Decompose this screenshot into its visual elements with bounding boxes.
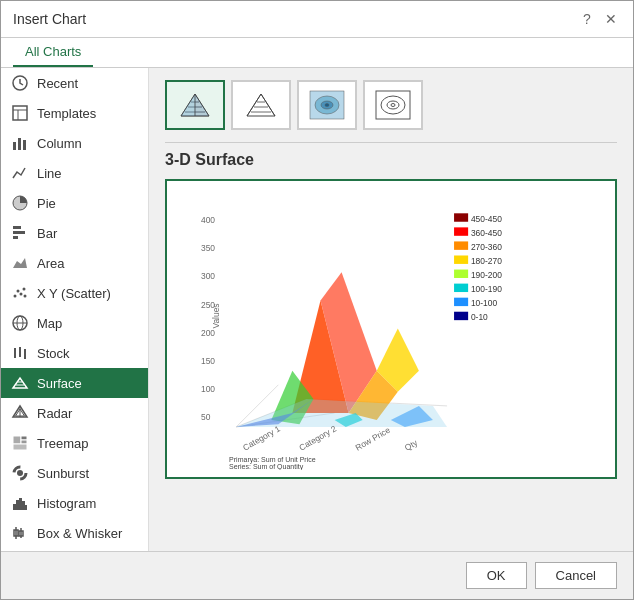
insert-chart-dialog: Insert Chart ? ✕ All Charts Recent	[0, 0, 634, 600]
dialog-body: Recent Templates Column	[1, 68, 633, 551]
dialog-title: Insert Chart	[13, 11, 86, 27]
svg-marker-66	[195, 94, 209, 116]
sidebar-item-box[interactable]: Box & Whisker	[1, 518, 148, 548]
chart-thumb-wireframe-contour[interactable]	[363, 80, 423, 130]
divider	[165, 142, 617, 143]
sidebar-item-scatter[interactable]: X Y (Scatter)	[1, 278, 148, 308]
svg-rect-94	[454, 284, 468, 292]
column-icon	[11, 134, 29, 152]
ok-button[interactable]: OK	[466, 562, 527, 589]
sidebar-item-surface[interactable]: Surface	[1, 368, 148, 398]
svg-text:270-360: 270-360	[471, 242, 502, 252]
surface-icon	[11, 374, 29, 392]
sidebar-label-stock: Stock	[37, 346, 70, 361]
svg-marker-11	[13, 258, 27, 268]
svg-text:50: 50	[201, 412, 211, 422]
svg-point-12	[14, 295, 17, 298]
sidebar-item-line[interactable]: Line	[1, 158, 148, 188]
sidebar-item-pie[interactable]: Pie	[1, 188, 148, 218]
sidebar-label-scatter: X Y (Scatter)	[37, 286, 111, 301]
svg-text:400: 400	[201, 216, 215, 226]
svg-rect-1	[13, 106, 27, 120]
svg-point-79	[387, 101, 399, 109]
title-bar: Insert Chart ? ✕	[1, 1, 633, 38]
sidebar-label-templates: Templates	[37, 106, 96, 121]
svg-point-78	[381, 96, 405, 114]
sidebar-item-column[interactable]: Column	[1, 128, 148, 158]
dialog-footer: OK Cancel	[1, 551, 633, 599]
box-icon	[11, 524, 29, 542]
chart-thumb-wireframe-3d[interactable]	[231, 80, 291, 130]
svg-text:10-100: 10-100	[471, 299, 498, 309]
svg-rect-4	[13, 142, 16, 150]
svg-point-76	[325, 104, 329, 107]
tab-all-charts[interactable]: All Charts	[13, 38, 93, 67]
svg-text:100-190: 100-190	[471, 284, 502, 294]
svg-rect-88	[454, 242, 468, 250]
svg-rect-38	[13, 444, 27, 450]
cancel-button[interactable]: Cancel	[535, 562, 617, 589]
sidebar-label-area: Area	[37, 256, 64, 271]
tab-bar: All Charts	[1, 38, 633, 68]
svg-point-16	[24, 295, 27, 298]
sidebar-item-map[interactable]: Map	[1, 308, 148, 338]
title-bar-controls: ? ✕	[577, 9, 621, 29]
svg-rect-96	[454, 298, 468, 306]
svg-rect-10	[13, 236, 18, 239]
sidebar-item-radar[interactable]: Radar	[1, 398, 148, 428]
sidebar-item-stock[interactable]: Stock	[1, 338, 148, 368]
sidebar-label-surface: Surface	[37, 376, 82, 391]
radar-icon	[11, 404, 29, 422]
svg-text:Series: Sum of Quantity: Series: Sum of Quantity	[229, 464, 304, 470]
svg-text:200: 200	[201, 328, 215, 338]
svg-rect-8	[13, 226, 21, 229]
sidebar-item-sunburst[interactable]: Sunburst	[1, 458, 148, 488]
svg-rect-44	[22, 501, 25, 510]
sidebar-item-treemap[interactable]: Treemap	[1, 428, 148, 458]
svg-rect-42	[16, 500, 19, 510]
svg-rect-98	[454, 312, 468, 320]
svg-rect-35	[13, 436, 21, 444]
chart-thumb-contour[interactable]	[297, 80, 357, 130]
sidebar-label-box: Box & Whisker	[37, 526, 122, 541]
svg-text:190-200: 190-200	[471, 270, 502, 280]
sidebar-item-recent[interactable]: Recent	[1, 68, 148, 98]
sidebar-item-histogram[interactable]: Histogram	[1, 488, 148, 518]
line-icon	[11, 164, 29, 182]
sidebar-label-column: Column	[37, 136, 82, 151]
svg-point-14	[20, 293, 23, 296]
svg-text:450-450: 450-450	[471, 214, 502, 224]
svg-text:350: 350	[201, 244, 215, 254]
sidebar-label-bar: Bar	[37, 226, 57, 241]
sidebar: Recent Templates Column	[1, 68, 149, 551]
svg-line-71	[247, 94, 261, 116]
chart-preview: 450-450 360-450 270-360 180-270 190-200 …	[165, 179, 617, 479]
chart-type-row	[165, 80, 617, 130]
sidebar-label-treemap: Treemap	[37, 436, 89, 451]
map-icon	[11, 314, 29, 332]
sidebar-item-templates[interactable]: Templates	[1, 98, 148, 128]
sidebar-label-histogram: Histogram	[37, 496, 96, 511]
chart-thumb-3d-surface[interactable]	[165, 80, 225, 130]
sidebar-label-recent: Recent	[37, 76, 78, 91]
svg-text:Values: Values	[211, 304, 221, 329]
svg-rect-37	[21, 440, 27, 444]
treemap-icon	[11, 434, 29, 452]
help-button[interactable]: ?	[577, 9, 597, 29]
svg-rect-36	[21, 436, 27, 440]
svg-rect-45	[25, 505, 27, 510]
sidebar-label-sunburst: Sunburst	[37, 466, 89, 481]
close-button[interactable]: ✕	[601, 9, 621, 29]
bar-icon	[11, 224, 29, 242]
sidebar-item-bar[interactable]: Bar	[1, 218, 148, 248]
svg-text:180-270: 180-270	[471, 256, 502, 266]
sunburst-icon	[11, 464, 29, 482]
svg-rect-43	[19, 498, 22, 510]
svg-marker-29	[13, 378, 27, 388]
recent-icon	[11, 74, 29, 92]
stock-icon	[11, 344, 29, 362]
svg-marker-65	[181, 94, 195, 116]
chart-name: 3-D Surface	[165, 151, 617, 169]
sidebar-item-area[interactable]: Area	[1, 248, 148, 278]
svg-point-15	[23, 288, 26, 291]
